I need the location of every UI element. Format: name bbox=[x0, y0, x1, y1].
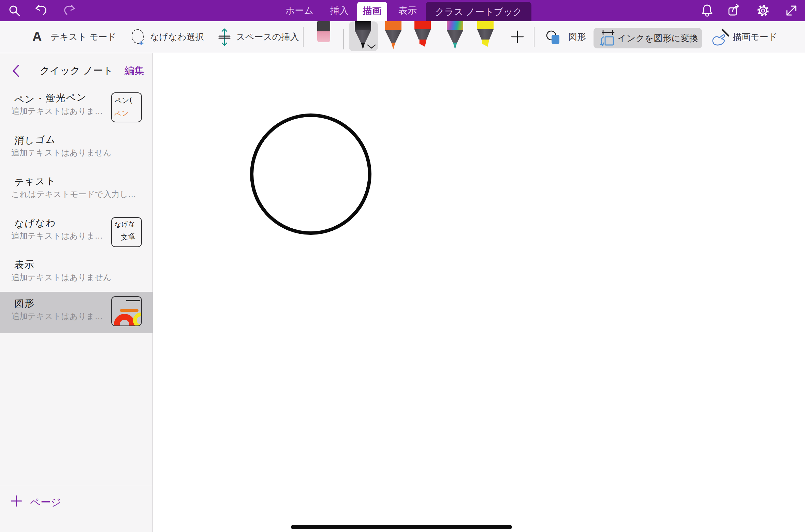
eraser-body bbox=[317, 31, 330, 42]
sidebar-header: クイック ノート 編集 bbox=[0, 53, 153, 88]
convert-ink-icon bbox=[598, 29, 616, 48]
drawing-canvas[interactable] bbox=[153, 53, 805, 532]
toolbar-divider bbox=[303, 27, 304, 47]
thumb-ink-text: なげな bbox=[114, 219, 136, 229]
page-row-shapes-selected[interactable]: 図形 追加テキストはありま… bbox=[0, 292, 153, 333]
pen-band bbox=[477, 21, 494, 29]
shapes-icon[interactable] bbox=[546, 29, 562, 46]
settings-gear-icon[interactable] bbox=[756, 3, 771, 18]
page-thumbnail: ペン( ペン bbox=[111, 92, 142, 122]
add-page-label: ページ bbox=[30, 496, 61, 510]
pen-cone bbox=[385, 30, 401, 43]
page-row-view[interactable]: 表示 追加テキストはありません bbox=[0, 254, 153, 296]
thumb-ink-red-circle bbox=[114, 314, 135, 326]
thumb-ink-orange-line bbox=[120, 309, 138, 312]
tab-draw[interactable]: 描画 bbox=[357, 2, 387, 21]
notebook-section-title: クイック ノート bbox=[27, 53, 126, 88]
tab-view[interactable]: 表示 bbox=[394, 0, 421, 21]
page-row-eraser[interactable]: 消しゴム 追加テキストはありません bbox=[0, 130, 153, 171]
insert-space-button[interactable]: スペースの挿入 bbox=[236, 21, 299, 53]
page-title: なげなわ bbox=[14, 216, 57, 230]
page-title: テキスト bbox=[14, 174, 57, 189]
thumb-ink-yellow-circle bbox=[133, 313, 142, 326]
page-title: 表示 bbox=[14, 258, 35, 272]
pen-band bbox=[447, 21, 463, 30]
ink-stroke-line bbox=[291, 525, 512, 529]
draw-mode-button[interactable]: 描画モード bbox=[733, 21, 777, 53]
orange-pen-tool[interactable] bbox=[385, 21, 401, 49]
thumb-ink-text: ペン bbox=[113, 108, 130, 119]
plus-icon bbox=[10, 494, 23, 508]
eraser-cap bbox=[317, 21, 330, 31]
galaxy-pen-tool[interactable] bbox=[447, 21, 463, 49]
page-title: 消しゴム bbox=[14, 133, 56, 147]
draw-toolbar: A テキスト モード + なげなわ選択 スペースの挿入 bbox=[0, 21, 805, 53]
page-row-text[interactable]: テキスト これはテキストモードで入力し… bbox=[0, 171, 153, 213]
pen-cone bbox=[447, 30, 463, 43]
shapes-button[interactable]: 図形 bbox=[568, 21, 586, 53]
redo-icon[interactable] bbox=[61, 3, 76, 18]
onenote-app: ホーム 挿入 描画 表示 クラス ノートブック bbox=[0, 0, 805, 532]
back-chevron-icon[interactable] bbox=[10, 64, 22, 78]
page-list-sidebar: クイック ノート 編集 ペン・蛍光ペン 追加テキストはありま… ペン( ペン 消… bbox=[0, 53, 153, 532]
page-subtitle: 追加テキストはありま… bbox=[11, 311, 103, 322]
draw-mode-icon[interactable] bbox=[710, 28, 730, 46]
tab-class-notebook[interactable]: クラス ノートブック bbox=[426, 2, 531, 24]
add-page-button[interactable]: ページ bbox=[0, 485, 153, 532]
pen-tip bbox=[419, 40, 427, 47]
text-mode-icon[interactable]: A bbox=[32, 29, 42, 44]
search-icon[interactable] bbox=[7, 3, 22, 18]
ink-stroke-circle bbox=[250, 113, 371, 235]
pen-nib bbox=[361, 43, 365, 49]
page-thumbnail bbox=[111, 296, 142, 326]
page-subtitle: 追加テキストはありません bbox=[11, 272, 112, 283]
toolbar-divider bbox=[534, 27, 535, 47]
pen-nib bbox=[453, 43, 457, 49]
page-subtitle: 追加テキストはありま… bbox=[11, 106, 103, 117]
pen-body bbox=[414, 29, 431, 40]
tab-insert[interactable]: 挿入 bbox=[324, 0, 355, 21]
fullscreen-expand-icon[interactable] bbox=[784, 3, 799, 18]
add-pen-icon[interactable] bbox=[510, 29, 525, 45]
top-app-bar: ホーム 挿入 描画 表示 クラス ノートブック bbox=[0, 0, 805, 21]
thumb-ink-text: 文章 bbox=[120, 231, 136, 242]
share-icon[interactable] bbox=[727, 3, 742, 18]
convert-ink-to-shape-button[interactable]: インクを図形に変換 bbox=[594, 28, 702, 48]
yellow-highlighter-tool[interactable] bbox=[477, 21, 494, 47]
page-title: ペン・蛍光ペン bbox=[14, 91, 87, 106]
pen-tip bbox=[481, 40, 490, 47]
toolbar-divider bbox=[343, 29, 344, 49]
thumb-ink-text: ペン( bbox=[114, 95, 133, 106]
pen-band bbox=[385, 21, 401, 30]
black-pen-tool[interactable] bbox=[355, 21, 371, 49]
pen-cone bbox=[355, 30, 371, 43]
lasso-select-button[interactable]: なげなわ選択 bbox=[150, 21, 204, 53]
page-row-lasso[interactable]: なげなわ 追加テキストはありま… なげな 文章 bbox=[0, 213, 153, 254]
notifications-bell-icon[interactable] bbox=[700, 3, 715, 18]
edit-button[interactable]: 編集 bbox=[125, 53, 144, 88]
pen-nib bbox=[391, 43, 396, 49]
eraser-tool[interactable] bbox=[317, 21, 330, 42]
undo-icon[interactable] bbox=[34, 3, 49, 18]
pen-band bbox=[355, 21, 371, 30]
page-title: 図形 bbox=[14, 297, 35, 310]
text-mode-button[interactable]: テキスト モード bbox=[50, 21, 116, 53]
insert-space-icon[interactable] bbox=[218, 28, 231, 46]
pen-body bbox=[477, 29, 494, 40]
lasso-select-icon[interactable]: + bbox=[132, 29, 144, 44]
pen-band bbox=[414, 21, 431, 29]
page-subtitle: これはテキストモードで入力し… bbox=[11, 189, 136, 200]
thumb-ink-black-line bbox=[126, 300, 140, 301]
tab-home[interactable]: ホーム bbox=[282, 0, 317, 21]
page-row-pen-highlighter[interactable]: ペン・蛍光ペン 追加テキストはありま… ペン( ペン bbox=[0, 88, 153, 130]
page-subtitle: 追加テキストはありません bbox=[11, 147, 112, 158]
red-highlighter-tool[interactable] bbox=[414, 21, 431, 47]
convert-ink-label: インクを図形に変換 bbox=[617, 28, 698, 48]
page-subtitle: 追加テキストはありま… bbox=[11, 230, 103, 241]
page-thumbnail: なげな 文章 bbox=[111, 217, 142, 247]
